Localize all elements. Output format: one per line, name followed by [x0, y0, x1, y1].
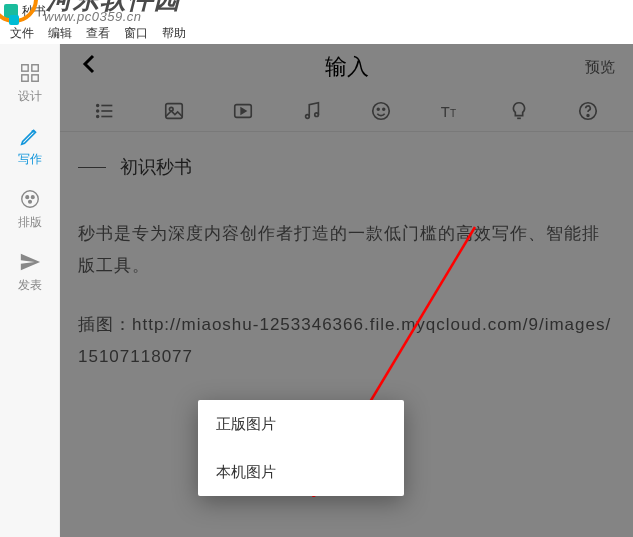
menu-help[interactable]: 帮助 — [156, 23, 192, 44]
app-icon — [4, 4, 18, 18]
svg-point-7 — [28, 200, 31, 203]
sidebar-item-design[interactable]: 设计 — [0, 52, 60, 115]
sidebar-item-write[interactable]: 写作 — [0, 115, 60, 178]
menu-window[interactable]: 窗口 — [118, 23, 154, 44]
svg-rect-1 — [31, 65, 37, 71]
svg-rect-2 — [21, 75, 27, 81]
sidebar-item-label: 发表 — [18, 277, 42, 294]
menu-edit[interactable]: 编辑 — [42, 23, 78, 44]
menu-bar: 文件 编辑 查看 窗口 帮助 — [0, 22, 633, 44]
publish-icon — [19, 251, 41, 273]
app-title: 秒书 — [22, 3, 46, 20]
sidebar-item-publish[interactable]: 发表 — [0, 241, 60, 304]
content-area: 输入 预览 TT — [60, 44, 633, 537]
sidebar-item-label: 写作 — [18, 151, 42, 168]
image-source-popup: 正版图片 本机图片 — [198, 400, 404, 496]
svg-rect-0 — [21, 65, 27, 71]
menu-view[interactable]: 查看 — [80, 23, 116, 44]
menu-file[interactable]: 文件 — [4, 23, 40, 44]
design-icon — [19, 62, 41, 84]
svg-point-6 — [31, 196, 34, 199]
main-container: 河东软件园 www.pc0359.cn 设计 写作 排版 发表 — [0, 44, 633, 537]
layout-icon — [19, 188, 41, 210]
svg-rect-3 — [31, 75, 37, 81]
popup-option-local[interactable]: 本机图片 — [198, 448, 404, 496]
svg-point-5 — [25, 196, 28, 199]
write-icon — [19, 125, 41, 147]
svg-point-4 — [21, 191, 38, 208]
window-title-bar: 秒书 — [0, 0, 633, 22]
sidebar-item-label: 设计 — [18, 88, 42, 105]
popup-option-licensed[interactable]: 正版图片 — [198, 400, 404, 448]
sidebar-item-label: 排版 — [18, 214, 42, 231]
left-sidebar: 设计 写作 排版 发表 — [0, 44, 60, 537]
sidebar-item-layout[interactable]: 排版 — [0, 178, 60, 241]
